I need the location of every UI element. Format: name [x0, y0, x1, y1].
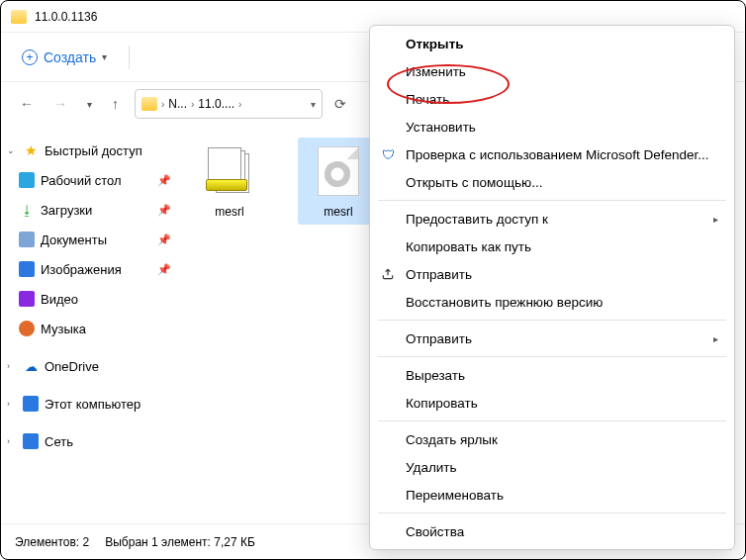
breadcrumb[interactable]: › N... › 11.0.... › ▾ [135, 89, 323, 119]
breadcrumb-seg[interactable]: N... [168, 97, 187, 111]
ctx-defender[interactable]: 🛡 Проверка с использованием Microsoft De… [370, 140, 734, 168]
file-thumbnail [202, 143, 257, 199]
sidebar-item-quick-access[interactable]: ⌄ ★ Быстрый доступ [1, 136, 179, 165]
sidebar-label: Музыка [41, 322, 86, 336]
back-button[interactable]: ← [16, 96, 38, 112]
ctx-install[interactable]: Установить [370, 113, 734, 140]
pin-icon: 📌 [157, 174, 171, 187]
file-label: mesrl [324, 205, 352, 219]
video-icon [19, 291, 35, 307]
pin-icon: 📌 [157, 233, 171, 246]
file-item-mesrl-selected[interactable]: mesrl [298, 138, 379, 225]
sidebar-item-documents[interactable]: Документы 📌 [1, 225, 179, 254]
create-label: Создать [44, 49, 96, 65]
sidebar-label: Загрузки [41, 203, 92, 218]
status-elements: Элементов: 2 [15, 535, 89, 549]
share-icon[interactable] [264, 48, 284, 66]
shield-icon: 🛡 [380, 146, 396, 162]
up-folder-button[interactable]: ↑ [108, 96, 123, 112]
sidebar-item-music[interactable]: Музыка [1, 314, 179, 343]
copy-icon[interactable] [175, 48, 195, 66]
chevron-right-icon: ▸ [713, 214, 718, 225]
desktop-icon [19, 172, 35, 188]
context-menu: Открыть Изменить Печать Установить 🛡 Про… [369, 25, 735, 550]
separator [129, 46, 130, 69]
ctx-shortcut[interactable]: Создать ярлык [370, 425, 734, 453]
ctx-copy-path[interactable]: Копировать как путь [370, 233, 734, 260]
ctx-restore[interactable]: Восстановить прежнюю версию [370, 288, 734, 316]
sidebar-label: Быстрый доступ [45, 143, 142, 158]
navigation-pane: ⌄ ★ Быстрый доступ Рабочий стол 📌 ⭳ Загр… [1, 126, 179, 519]
onedrive-icon: ☁ [23, 358, 39, 374]
chevron-right-icon: › [7, 399, 17, 409]
ctx-give-access[interactable]: Предоставить доступ к▸ [370, 205, 734, 233]
separator [378, 320, 726, 321]
ctx-cut[interactable]: Вырезать [370, 361, 734, 389]
sidebar-label: Сеть [45, 434, 73, 449]
up-button[interactable]: ▾ [83, 99, 96, 110]
sidebar-item-desktop[interactable]: Рабочий стол 📌 [1, 165, 179, 195]
ctx-delete[interactable]: Удалить [370, 453, 734, 481]
separator [378, 513, 726, 513]
ctx-print[interactable]: Печать [370, 85, 734, 113]
separator [378, 200, 726, 201]
separator [378, 420, 726, 421]
chevron-right-icon: ▸ [713, 333, 718, 344]
chevron-right-icon: › [191, 99, 194, 110]
folder-icon [141, 97, 157, 111]
paste-icon[interactable] [205, 48, 225, 66]
sidebar-item-onedrive[interactable]: › ☁ OneDrive [1, 351, 179, 381]
sidebar-label: Этот компьютер [45, 397, 140, 412]
chevron-right-icon: › [7, 361, 17, 371]
sidebar-label: OneDrive [45, 359, 99, 374]
ctx-properties[interactable]: Свойства [370, 517, 734, 545]
sidebar-label: Видео [41, 292, 78, 307]
downloads-icon: ⭳ [19, 202, 35, 218]
window-title: 11.0.0.1136 [35, 10, 97, 24]
file-label: mesrl [215, 205, 243, 219]
sidebar-label: Изображения [41, 262, 122, 277]
sidebar-item-downloads[interactable]: ⭳ Загрузки 📌 [1, 195, 179, 225]
ctx-copy[interactable]: Копировать [370, 389, 734, 417]
ctx-edit[interactable]: Изменить [370, 57, 734, 85]
pin-icon: 📌 [157, 204, 171, 217]
sidebar-item-pictures[interactable]: Изображения 📌 [1, 254, 179, 284]
chevron-right-icon: › [161, 99, 164, 110]
star-icon: ★ [23, 142, 39, 158]
documents-icon [19, 232, 35, 247]
chevron-down-icon: ▾ [102, 51, 107, 62]
plus-icon: + [22, 49, 38, 65]
forward-button[interactable]: → [49, 96, 71, 112]
chevron-right-icon: › [7, 436, 17, 446]
chevron-down-icon: ⌄ [7, 145, 17, 155]
status-selection: Выбран 1 элемент: 7,27 КБ [105, 535, 255, 549]
chevron-down-icon[interactable]: ▾ [311, 99, 316, 110]
refresh-button[interactable]: ⟳ [334, 96, 346, 112]
sidebar-label: Документы [41, 233, 107, 247]
rename-icon[interactable] [234, 48, 254, 66]
create-button[interactable]: + Создать ▾ [16, 46, 113, 69]
sidebar-label: Рабочий стол [41, 173, 122, 188]
sidebar-item-video[interactable]: Видео [1, 284, 179, 314]
file-thumbnail [311, 143, 366, 199]
ctx-send-to[interactable]: Отправить▸ [370, 325, 734, 352]
network-icon [23, 433, 39, 449]
ctx-send[interactable]: Отправить [370, 260, 734, 288]
ctx-open[interactable]: Открыть [370, 30, 734, 57]
chevron-right-icon: › [238, 99, 241, 110]
sidebar-item-network[interactable]: › Сеть [1, 426, 179, 456]
breadcrumb-seg[interactable]: 11.0.... [198, 97, 234, 111]
music-icon [19, 321, 35, 336]
share-icon [380, 266, 396, 282]
ctx-rename[interactable]: Переименовать [370, 481, 734, 509]
cut-icon[interactable] [145, 48, 165, 66]
sidebar-item-thispc[interactable]: › Этот компьютер [1, 389, 179, 419]
ctx-open-with[interactable]: Открыть с помощью... [370, 168, 734, 196]
file-item-mesrl-inf[interactable]: mesrl [189, 138, 270, 225]
pin-icon: 📌 [157, 263, 171, 276]
separator [378, 356, 726, 357]
folder-icon [11, 10, 27, 24]
pictures-icon [19, 261, 35, 277]
thispc-icon [23, 396, 39, 412]
